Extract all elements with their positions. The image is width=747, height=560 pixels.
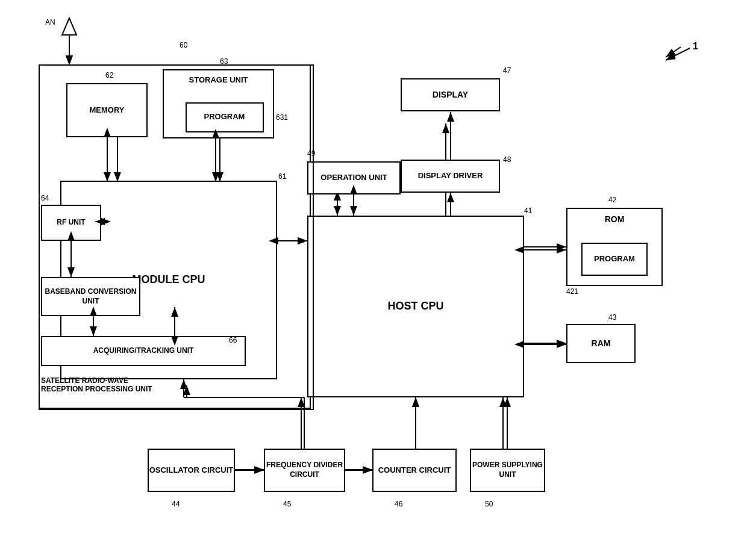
satellite-label: SATELLITE RADIO-WAVE RECEPTION PROCESSIN…	[41, 376, 152, 393]
ref-47: 47	[503, 66, 511, 75]
ref-63: 63	[220, 57, 228, 66]
ref-60: 60	[180, 41, 187, 49]
program-in-rom-box: PROGRAM	[581, 243, 648, 276]
ref-AN: AN	[45, 18, 55, 26]
host-cpu-box: HOST CPU	[307, 216, 524, 397]
ref-49: 49	[307, 149, 315, 158]
oscillator-box: OSCILLATOR CIRCUIT	[148, 449, 235, 492]
freq-divider-box: FREQUENCY DIVIDER CIRCUIT	[264, 449, 345, 492]
operation-unit-box: OPERATION UNIT	[307, 161, 401, 194]
antenna-symbol	[57, 17, 81, 52]
ref-46: 46	[395, 500, 402, 508]
ref-43: 43	[608, 313, 616, 322]
ram-box: RAM	[566, 324, 636, 363]
rf-unit-box: RF UNIT	[41, 205, 101, 241]
svg-marker-25	[62, 18, 77, 35]
memory-box: MEMORY	[66, 83, 148, 137]
ref-64: 64	[41, 194, 49, 202]
storage-unit-box: STORAGE UNIT PROGRAM	[163, 69, 274, 138]
ref-62: 62	[105, 71, 113, 79]
display-driver-box: DISPLAY DRIVER	[401, 160, 500, 193]
ref-50: 50	[485, 500, 493, 508]
ref-42: 42	[608, 196, 616, 204]
ref-44: 44	[172, 500, 180, 508]
baseband-box: BASEBAND CONVERSION UNIT	[41, 277, 140, 316]
svg-line-27	[666, 48, 690, 60]
rom-box: ROM PROGRAM	[566, 208, 663, 286]
ref-41: 41	[524, 207, 532, 215]
ref-421: 421	[566, 287, 578, 296]
ref-66: 66	[229, 336, 237, 344]
program-in-storage-box: PROGRAM	[186, 102, 264, 132]
ref-61: 61	[278, 172, 286, 181]
display-box: DISPLAY	[401, 78, 500, 111]
counter-box: COUNTER CIRCUIT	[372, 449, 457, 492]
acquiring-box: ACQUIRING/TRACKING UNIT	[41, 336, 246, 366]
ref-48: 48	[503, 155, 511, 164]
ref-45: 45	[283, 500, 291, 508]
power-supply-box: POWER SUPPLYING UNIT	[470, 449, 545, 492]
ref-631: 631	[276, 113, 288, 122]
